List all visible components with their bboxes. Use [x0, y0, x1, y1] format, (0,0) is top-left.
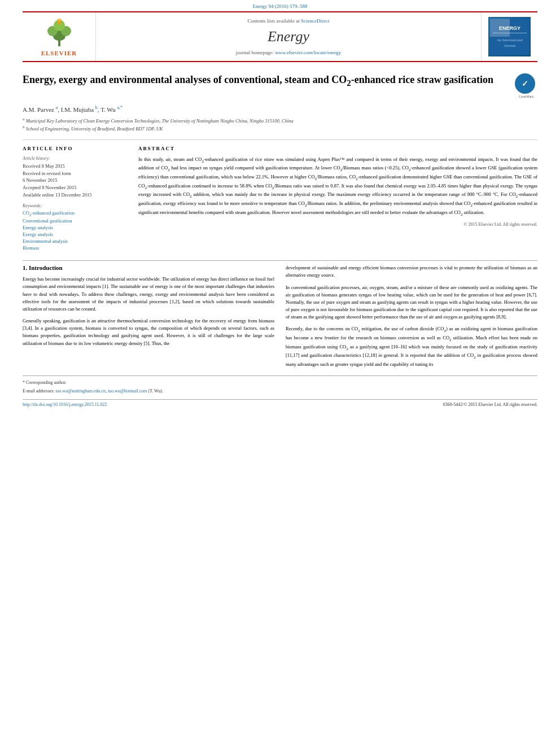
- section-divider: [23, 260, 537, 261]
- keyword-4: Exergy analysis: [23, 231, 127, 237]
- homepage-line: journal homepage: www.elsevier.com/locat…: [236, 50, 342, 55]
- article-title-section: Energy, exergy and environmental analyse…: [23, 73, 537, 98]
- section1-title: 1. Introduction: [23, 264, 274, 271]
- energy-logo-image: ENERGY An International Journal: [490, 19, 530, 55]
- keyword-5: Environmental analysis: [23, 238, 127, 244]
- keywords-section: Keywords: CO2-enhanced gasification Conv…: [23, 203, 127, 251]
- body-right-para-2: In conventional gasification processes, …: [286, 284, 537, 321]
- body-para-1: Energy has become increasingly crucial f…: [23, 276, 274, 313]
- main-body: 1. Introduction Energy has become increa…: [23, 264, 537, 373]
- svg-text:Journal: Journal: [504, 43, 515, 48]
- keyword-1: CO2-enhanced gasification: [23, 210, 127, 217]
- copyright-line: © 2015 Elsevier Ltd. All rights reserved…: [138, 222, 537, 227]
- abstract-heading: ABSTRACT: [138, 146, 537, 151]
- keyword-3: Energy analysis: [23, 225, 127, 230]
- article-content: Energy, exergy and environmental analyse…: [23, 62, 537, 252]
- affiliation-a: a Municipal Key Laboratory of Clean Ener…: [23, 116, 537, 125]
- keyword-6: Biomass: [23, 245, 127, 251]
- article-info-col: ARTICLE INFO Article history: Received 8…: [23, 146, 127, 252]
- received-revised-label: Received in revised form: [23, 170, 127, 177]
- keywords-label: Keywords:: [23, 203, 127, 208]
- authors-line: A.M. Parvez a, I.M. Mujtaba b, T. Wu a,*: [23, 105, 537, 113]
- energy-logo-section: ENERGY An International Journal: [481, 12, 537, 61]
- accepted-line: Accepted 8 November 2015: [23, 184, 127, 191]
- sciencedirect-line: Contents lists available at ScienceDirec…: [248, 18, 330, 24]
- body-right-col: development of sustainable and energy ef…: [286, 264, 537, 373]
- crossmark-icon: ✓: [515, 73, 535, 94]
- issn-text: 0360-5442/© 2015 Elsevier Ltd. All right…: [443, 402, 537, 407]
- body-para-2: Generally speaking, gasification is an a…: [23, 317, 274, 347]
- body-left-col: 1. Introduction Energy has become increa…: [23, 264, 274, 373]
- affiliations-section: a Municipal Key Laboratory of Clean Ener…: [23, 116, 537, 133]
- body-right-para-1: development of sustainable and energy ef…: [286, 264, 537, 279]
- history-label: Article history:: [23, 156, 127, 161]
- citation-bar: Energy 94 (2016) 579–588: [0, 0, 560, 11]
- article-title: Energy, exergy and environmental analyse…: [23, 73, 506, 89]
- email-link-2[interactable]: tao.wu@hotmail.com: [108, 388, 147, 394]
- sciencedirect-link[interactable]: ScienceDirect: [301, 18, 329, 24]
- elsevier-text: ELSEVIER: [41, 50, 77, 56]
- svg-text:An International: An International: [496, 38, 522, 42]
- info-abstract-section: ARTICLE INFO Article history: Received 8…: [23, 139, 537, 252]
- abstract-text: In this study, air, steam and CO2-enhanc…: [138, 156, 537, 218]
- svg-point-6: [57, 19, 62, 21]
- elsevier-logo: ELSEVIER: [37, 17, 82, 56]
- received-line: Received 8 May 2015: [23, 163, 127, 170]
- footnote-section: * Corresponding author. E-mail addresses…: [23, 375, 537, 395]
- keyword-2: Conventional gasification: [23, 218, 127, 224]
- available-line: Available online 13 December 2015: [23, 191, 127, 199]
- energy-logo-box: ENERGY An International Journal: [488, 17, 531, 56]
- footer-bar: http://dx.doi.org/10.1016/j.energy.2015.…: [23, 399, 537, 407]
- citation-text: Energy 94 (2016) 579–588: [252, 3, 307, 9]
- doi-link[interactable]: http://dx.doi.org/10.1016/j.energy.2015.…: [23, 402, 107, 407]
- crossmark-label: CrossMark: [515, 95, 537, 98]
- svg-rect-10: [493, 33, 527, 33]
- elsevier-tree-icon: [37, 17, 82, 48]
- affiliation-b: b School of Engineering, University of B…: [23, 124, 537, 133]
- footnote-email: E-mail addresses: tao.wu@nottingham.edu.…: [23, 388, 537, 395]
- journal-header: ELSEVIER Contents lists available at Sci…: [23, 11, 537, 62]
- footnote-star: * Corresponding author.: [23, 379, 537, 386]
- journal-name: Energy: [268, 28, 309, 45]
- homepage-link[interactable]: www.elsevier.com/locate/energy: [275, 50, 341, 55]
- email-link-1[interactable]: tao.wu@nottingham.edu.cn: [56, 388, 106, 394]
- received-revised-date: 6 November 2015: [23, 177, 127, 184]
- elsevier-logo-section: ELSEVIER: [23, 12, 96, 61]
- abstract-col: ABSTRACT In this study, air, steam and C…: [138, 146, 537, 252]
- article-info-heading: ARTICLE INFO: [23, 146, 127, 151]
- body-right-para-3: Recently, due to the concerns on CO2 mit…: [286, 325, 537, 368]
- article-history-group: Article history: Received 8 May 2015 Rec…: [23, 156, 127, 199]
- svg-text:ENERGY: ENERGY: [498, 25, 520, 31]
- crossmark-badge: ✓ CrossMark: [515, 73, 537, 98]
- journal-title-section: Contents lists available at ScienceDirec…: [96, 12, 481, 61]
